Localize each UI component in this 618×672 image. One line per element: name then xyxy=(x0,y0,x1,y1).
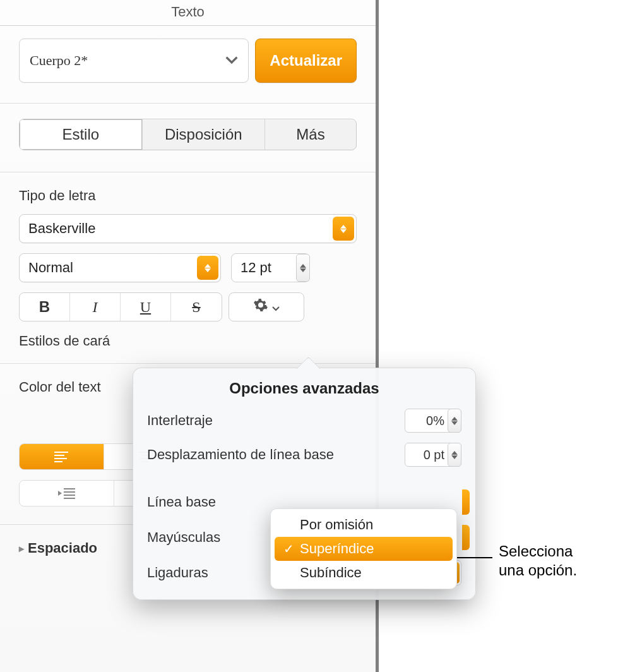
gear-icon xyxy=(253,297,268,316)
font-size-stepper[interactable]: 12 pt xyxy=(231,253,310,282)
paragraph-style-value: Cuerpo 2* xyxy=(30,52,88,69)
spacing-label: Espaciado xyxy=(28,540,97,556)
tracking-stepper[interactable]: 0% xyxy=(405,409,461,433)
disclosure-triangle-icon: ▸ xyxy=(19,543,24,555)
baseline-option-subscript[interactable]: Subíndice xyxy=(275,561,453,585)
stepper-icon xyxy=(333,217,354,241)
capitalization-select[interactable] xyxy=(462,525,470,550)
baseline-label: Línea base xyxy=(147,494,216,510)
font-typeface-value: Normal xyxy=(28,260,73,276)
chevron-down-icon xyxy=(272,299,280,315)
stepper-icon xyxy=(448,409,461,433)
callout-line xyxy=(455,557,492,558)
stepper-icon xyxy=(197,256,218,280)
outdent-icon xyxy=(57,488,75,499)
underline-button[interactable]: U xyxy=(121,293,171,321)
callout-text: Selecciona una opción. xyxy=(499,542,577,580)
italic-button[interactable]: I xyxy=(70,293,121,321)
baseline-select[interactable] xyxy=(462,489,470,515)
text-style-group: B I U S xyxy=(19,292,222,321)
baseline-shift-value: 0 pt xyxy=(424,448,444,462)
strikethrough-button[interactable]: S xyxy=(171,293,222,321)
checkmark-icon: ✓ xyxy=(278,541,299,556)
font-section-title: Tipo de letra xyxy=(19,188,357,204)
panel-title: Texto xyxy=(0,0,376,26)
inspector-tabs: Estilo Disposición Más xyxy=(19,119,357,150)
baseline-option-superscript[interactable]: ✓ Superíndice xyxy=(275,537,453,561)
tab-style[interactable]: Estilo xyxy=(20,119,143,150)
tracking-label: Interletraje xyxy=(147,412,213,429)
baseline-shift-label: Desplazamiento de línea base xyxy=(147,447,334,463)
tab-layout[interactable]: Disposición xyxy=(143,119,266,150)
paragraph-style-select[interactable]: Cuerpo 2* xyxy=(19,39,249,83)
stepper-icon xyxy=(296,254,310,282)
popover-title: Opciones avanzadas xyxy=(147,380,461,397)
font-size-value: 12 pt xyxy=(241,260,271,276)
align-left-button[interactable] xyxy=(20,444,104,469)
stepper-icon xyxy=(448,443,461,467)
font-family-value: Baskerville xyxy=(28,220,95,237)
character-styles-label: Estilos de cará xyxy=(19,333,357,349)
decrease-indent-button[interactable] xyxy=(20,481,114,506)
baseline-option-default[interactable]: Por omisión xyxy=(275,513,453,537)
baseline-menu: Por omisión ✓ Superíndice Subíndice xyxy=(270,508,457,589)
baseline-shift-stepper[interactable]: 0 pt xyxy=(405,443,461,467)
tracking-value: 0% xyxy=(426,414,444,428)
ligatures-label: Ligaduras xyxy=(147,565,208,581)
font-typeface-select[interactable]: Normal xyxy=(19,253,221,282)
tab-more[interactable]: Más xyxy=(265,119,356,150)
align-left-icon xyxy=(54,452,68,462)
capitalization-label: Mayúsculas xyxy=(147,529,220,546)
font-family-select[interactable]: Baskerville xyxy=(19,214,357,243)
chevron-down-icon xyxy=(225,54,238,67)
update-style-button[interactable]: Actualizar xyxy=(255,39,357,83)
bold-button[interactable]: B xyxy=(20,293,70,321)
advanced-options-button[interactable] xyxy=(229,292,304,321)
